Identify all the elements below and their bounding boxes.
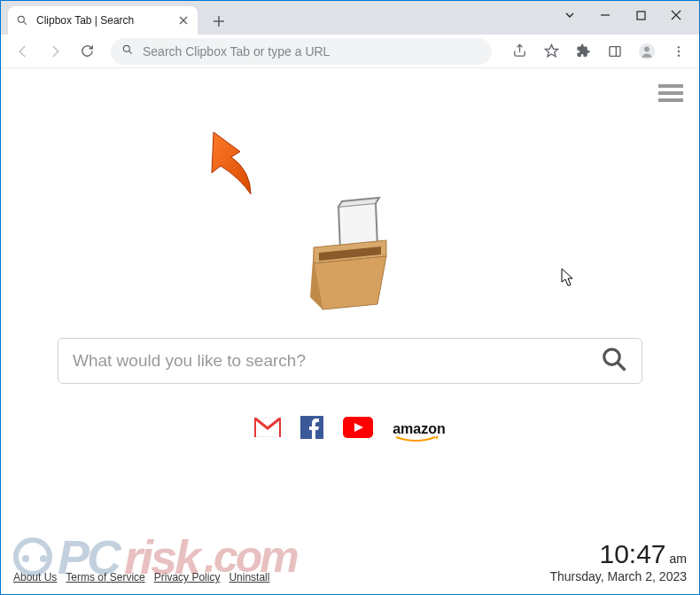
watermark-pc: PC [58,529,119,584]
svg-point-26 [604,349,620,365]
svg-point-20 [678,54,680,56]
svg-marker-34 [435,435,439,440]
share-icon[interactable] [506,38,533,65]
quick-links-row: amazon [254,416,446,442]
watermark-com: .com [204,531,297,583]
window-controls [552,3,694,27]
omnibox-placeholder: Search Clipbox Tab or type a URL [143,44,481,59]
search-submit-icon[interactable] [601,346,627,376]
svg-marker-13 [545,44,557,56]
mouse-cursor-icon [561,268,575,291]
hamburger-menu-icon[interactable] [658,81,683,106]
svg-line-27 [618,363,626,371]
svg-marker-35 [562,269,572,286]
svg-point-10 [123,45,129,51]
svg-point-19 [678,50,680,51]
svg-point-0 [18,16,24,22]
svg-rect-14 [610,46,620,56]
chevron-down-icon[interactable] [552,3,587,27]
nav-back-button[interactable] [8,36,38,67]
watermark-risk: risk [124,529,198,584]
svg-rect-7 [637,12,645,20]
page-content: amazon PCrisk.com About Us Terms of Serv… [1,68,699,594]
clock-ampm: am [670,552,687,566]
svg-line-11 [128,51,131,53]
facebook-icon[interactable] [300,416,323,442]
extensions-puzzle-icon[interactable] [570,38,596,65]
nav-forward-button[interactable] [40,36,70,67]
new-tab-button[interactable] [208,11,229,32]
window-close-icon[interactable] [658,3,694,27]
annotation-arrow-icon [205,130,267,205]
gmail-icon[interactable] [254,418,281,441]
window-minimize-icon[interactable] [587,3,623,27]
nav-reload-button[interactable] [72,36,102,67]
search-icon [121,43,134,59]
pcrisk-watermark: PCrisk.com [13,529,297,584]
search-input[interactable] [73,351,601,371]
window-maximize-icon[interactable] [623,3,658,27]
browser-titlebar: Clipbox Tab | Search [1,1,699,35]
clock-date: Thursday, March 2, 2023 [549,569,687,583]
svg-point-18 [678,46,680,48]
svg-line-1 [23,21,26,24]
center-column: amazon [58,192,642,442]
browser-tab[interactable]: Clipbox Tab | Search [8,6,198,35]
clock-hours: 10:47 [599,539,665,568]
youtube-icon[interactable] [343,417,373,442]
toolbar-actions [506,38,692,65]
watermark-dots-icon [13,537,52,576]
tab-title: Clipbox Tab | Search [36,14,176,27]
main-search-bar [58,338,642,384]
tab-close-icon[interactable] [176,13,191,27]
profile-avatar-icon[interactable] [634,38,660,65]
svg-point-17 [644,46,649,51]
amazon-label: amazon [393,421,446,436]
browser-toolbar: Search Clipbox Tab or type a URL [1,35,699,68]
footer-clock: 10:47am Thursday, March 2, 2023 [549,539,687,583]
svg-marker-23 [314,256,386,309]
side-panel-icon[interactable] [602,38,628,65]
omnibox[interactable]: Search Clipbox Tab or type a URL [111,38,492,65]
search-glass-icon [15,13,29,27]
bookmark-star-icon[interactable] [538,38,564,65]
clock-time: 10:47am [549,539,687,569]
clipbox-logo-icon [284,192,416,317]
menu-dots-icon[interactable] [665,38,692,65]
amazon-link[interactable]: amazon [393,421,446,437]
